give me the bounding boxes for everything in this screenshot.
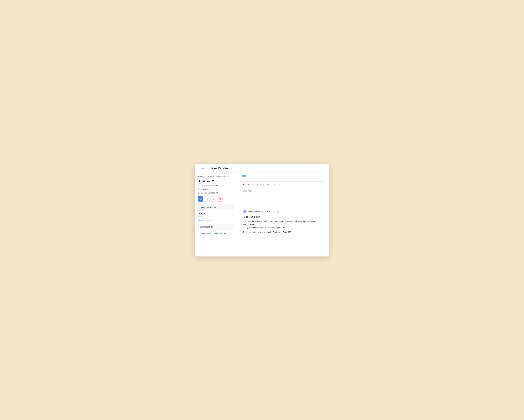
crm-id-row: CRM_ID qeqeq <box>198 212 234 218</box>
company-row: ⊟ US Law Enforcement <box>198 192 234 194</box>
phone-value: +16503071063 <box>201 188 213 190</box>
labels-row: + + Add Labels vip-customer × <box>198 232 234 235</box>
email-icon: ✉ <box>198 184 200 187</box>
email-value: jake@99precinct.com <box>201 184 218 187</box>
right-panel: Notes B I </> <box>237 173 329 256</box>
code-icon: </> <box>252 184 254 186</box>
add-attributes-label: + Add attributes <box>198 219 211 221</box>
body-layout: Investigative Officer, The 99th Precinct <box>195 173 329 256</box>
contact-labels-toggle: − <box>230 225 232 228</box>
link-button[interactable] <box>255 183 259 187</box>
notes-list: PR Pranav Raj added a note 3 months ago … <box>237 207 329 242</box>
note-line-1: Talked to Jake today: <box>243 215 323 219</box>
company-icon: ⊟ <box>198 192 200 194</box>
phone-row: ✆ +16503071063 <box>198 188 234 190</box>
bold-icon: B <box>243 184 245 186</box>
svg-text:3: 3 <box>278 185 278 185</box>
svg-point-4 <box>274 184 274 184</box>
tab-notes[interactable]: Notes <box>240 173 246 179</box>
copy-email-button[interactable]: ⧉ <box>220 184 221 187</box>
company-value: US Law Enforcement <box>201 192 218 194</box>
back-label: Contacts <box>200 167 208 169</box>
contact-attributes-title: Contact Attributes <box>200 206 216 208</box>
bold-date: June 13 <box>283 231 290 233</box>
ordered-list-button[interactable]: 1 2 3 <box>277 183 281 187</box>
italic-icon: I <box>248 184 249 186</box>
left-panel: Investigative Officer, The 99th Precinct <box>195 173 237 256</box>
add-label-text: + Add Labels <box>201 232 211 234</box>
crm-id-content: CRM_ID qeqeq <box>198 213 205 217</box>
add-attributes-button[interactable]: + Add attributes <box>198 219 234 221</box>
remove-vip-label-button[interactable]: × <box>227 233 227 234</box>
crm-section: CRM_ID qeqeq + Add attributes <box>198 212 234 221</box>
edit-button[interactable] <box>204 196 210 201</box>
header: ‹ Contacts Jake Peralta <box>195 164 329 173</box>
contact-labels-title: Contact Labels <box>200 226 213 228</box>
editor-placeholder: Add a note <box>242 190 252 192</box>
contact-attributes-toggle: − <box>230 206 232 209</box>
note-line-2: - Discussed the product offering and how… <box>243 220 323 229</box>
note-card: PR Pranav Raj added a note 3 months ago … <box>240 207 326 237</box>
back-link[interactable]: ‹ Contacts <box>199 167 208 170</box>
avatar: PR <box>243 210 247 214</box>
toolbar-sep-2 <box>271 184 271 186</box>
note-line-3: Reach out to them by next month. (Tentat… <box>243 231 323 234</box>
tab-notes-label: Notes <box>241 175 246 177</box>
contact-attributes-header[interactable]: Contact Attributes − <box>198 204 234 210</box>
note-meta: PR Pranav Raj added a note 3 months ago <box>243 210 323 214</box>
bullet-list-button[interactable] <box>272 183 276 187</box>
contact-subtitle: Investigative Officer, The 99th Precinct <box>198 175 234 178</box>
note-editor: B I </> <box>240 181 326 205</box>
tabs-bar: Notes <box>237 173 329 179</box>
twitter-icon[interactable] <box>202 179 205 183</box>
crm-id-label: CRM_ID <box>198 213 205 215</box>
vip-dot <box>215 233 216 234</box>
note-author: Pranav Raj <box>248 210 257 212</box>
phone-icon: ✆ <box>198 188 200 190</box>
crm-id-value: qeqeq <box>198 215 205 217</box>
add-label-button[interactable]: + + Add Labels <box>198 232 212 235</box>
delete-button[interactable] <box>217 196 223 201</box>
merge-button[interactable]: » <box>211 196 216 201</box>
page-title: Jake Peralta <box>210 166 228 170</box>
svg-point-0 <box>207 180 208 180</box>
contact-labels-header[interactable]: Contact Labels − <box>198 224 234 230</box>
github-icon[interactable] <box>211 179 214 183</box>
crm-delete-button[interactable] <box>232 213 234 215</box>
action-buttons: » <box>198 196 234 201</box>
facebook-icon[interactable] <box>198 179 201 183</box>
redo-button[interactable] <box>266 183 270 187</box>
note-time: added a note 3 months ago <box>258 210 280 212</box>
email-row: ✉ jake@99precinct.com ⧉ <box>198 184 234 187</box>
modal-container: ‹ Contacts Jake Peralta Investigative Of… <box>195 164 329 256</box>
editor-toolbar: B I </> <box>240 182 326 188</box>
merge-icon: » <box>213 198 214 200</box>
message-button[interactable] <box>198 196 203 201</box>
svg-point-6 <box>274 185 274 185</box>
vip-label-text: vip-customer <box>216 232 226 234</box>
note-content: Talked to Jake today: - Discussed the pr… <box>243 215 323 234</box>
labels-section: + + Add Labels vip-customer × <box>198 232 234 235</box>
note-meta-text: Pranav Raj added a note 3 months ago <box>248 210 280 212</box>
svg-point-5 <box>274 184 274 185</box>
back-chevron-icon: ‹ <box>199 167 199 170</box>
note-input-area[interactable]: Add a note <box>240 188 326 205</box>
add-label-icon: + <box>199 232 200 234</box>
vip-customer-label: vip-customer × <box>213 232 229 235</box>
code-button[interactable]: </> <box>251 183 255 187</box>
italic-button[interactable]: I <box>246 183 250 187</box>
undo-button[interactable] <box>262 183 266 187</box>
bold-button[interactable]: B <box>242 183 246 187</box>
social-icons-row <box>198 179 234 183</box>
linkedin-icon[interactable] <box>207 179 210 183</box>
